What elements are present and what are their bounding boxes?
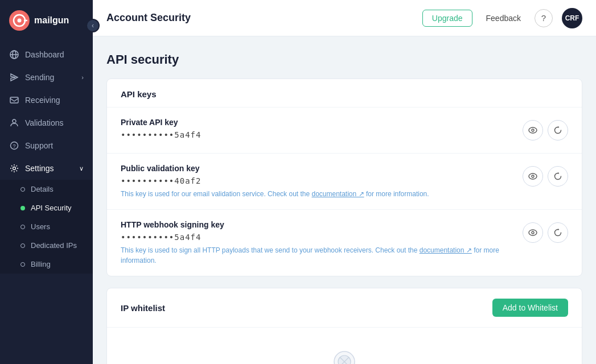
help-icon: ? (541, 13, 546, 23)
public-key-doc-link[interactable]: documentation ↗ (311, 190, 364, 198)
upgrade-button[interactable]: Upgrade (422, 10, 472, 27)
svg-text:?: ? (13, 143, 16, 149)
sidebar-item-settings[interactable]: Settings ∨ (0, 157, 93, 180)
logo[interactable]: mailgun (0, 0, 93, 41)
webhook-key-label: HTTP webhook signing key (121, 220, 523, 229)
sidebar-item-dashboard[interactable]: Dashboard (0, 43, 93, 66)
empty-state-graphic (322, 350, 367, 364)
svg-point-15 (532, 175, 534, 177)
sidebar: mailgun Dashboard Sending › (0, 0, 93, 364)
sidebar-item-billing-label: Billing (31, 260, 51, 268)
mail-icon (9, 95, 19, 105)
webhook-key-view-button[interactable] (523, 222, 543, 243)
svg-point-12 (529, 127, 537, 133)
sidebar-item-support[interactable]: ? Support (0, 134, 93, 157)
svg-point-17 (532, 231, 534, 234)
dot-icon (20, 225, 25, 229)
webhook-key-doc-link[interactable]: documentation ↗ (420, 246, 472, 254)
dot-green-icon (20, 206, 25, 210)
refresh-icon (553, 126, 562, 135)
public-key-label: Public validation key (121, 164, 429, 173)
sidebar-item-users[interactable]: Users (0, 217, 93, 236)
sidebar-item-dashboard-label: Dashboard (25, 50, 64, 59)
sidebar-item-receiving-label: Receiving (25, 96, 60, 105)
webhook-key-value: ••••••••••5a4f4 (121, 233, 523, 242)
page-title: Account Security (106, 12, 413, 24)
svg-point-14 (529, 173, 537, 179)
public-key-note-end: for more information. (366, 190, 429, 198)
sidebar-item-dedicated-ips-label: Dedicated IPs (31, 241, 77, 250)
public-key-note: This key is used for our email validatio… (121, 189, 429, 199)
webhook-key-actions (523, 222, 568, 243)
sidebar-item-support-label: Support (25, 141, 53, 150)
public-key-value: ••••••••••40af2 (121, 176, 429, 185)
api-keys-header: API keys (107, 79, 582, 107)
svg-point-16 (529, 230, 537, 235)
public-key-info: Public validation key ••••••••••40af2 Th… (121, 164, 429, 199)
support-icon: ? (9, 140, 19, 151)
sidebar-collapse-button[interactable]: ‹ (86, 19, 100, 32)
help-button[interactable]: ? (535, 9, 553, 27)
refresh-icon (553, 228, 562, 237)
eye-icon (528, 172, 537, 181)
main-content: Account Security Upgrade Feedback ? CRF … (93, 0, 596, 364)
sidebar-item-details-label: Details (31, 185, 54, 193)
api-keys-card: API keys Private API key ••••••••••5a4f4 (106, 78, 582, 276)
sidebar-nav: Dashboard Sending › Receiving (0, 41, 93, 364)
public-key-refresh-button[interactable] (548, 166, 568, 187)
public-key-note-text: This key is used for our email validatio… (121, 190, 311, 198)
mailgun-logo-icon (9, 10, 30, 31)
chevron-right-icon: › (81, 74, 84, 81)
sidebar-item-billing[interactable]: Billing (0, 255, 93, 274)
topbar: Account Security Upgrade Feedback ? CRF (93, 0, 596, 36)
ip-whitelist-header: IP whitelist Add to Whitelist (107, 288, 582, 328)
chevron-down-icon: ∨ (79, 165, 84, 172)
webhook-key-note: This key is used to sign all HTTP payloa… (121, 245, 523, 266)
sidebar-item-settings-label: Settings (25, 164, 54, 173)
private-key-refresh-button[interactable] (548, 120, 568, 140)
svg-rect-7 (10, 97, 18, 103)
sidebar-item-api-security-label: API Security (31, 204, 72, 212)
dot-icon (20, 243, 25, 248)
sidebar-item-api-security[interactable]: API Security (0, 198, 93, 217)
webhook-key-refresh-button[interactable] (548, 222, 568, 243)
svg-point-8 (13, 119, 16, 123)
webhook-signing-key-row: HTTP webhook signing key ••••••••••5a4f4… (107, 210, 582, 276)
avatar[interactable]: CRF (562, 8, 582, 28)
private-key-view-button[interactable] (523, 120, 543, 140)
eye-icon (528, 228, 537, 237)
private-key-value: ••••••••••5a4f4 (121, 130, 201, 139)
sidebar-item-validations[interactable]: Validations (0, 111, 93, 134)
sidebar-item-sending[interactable]: Sending › (0, 66, 93, 89)
svg-point-11 (13, 167, 16, 170)
person-icon (9, 118, 19, 128)
sidebar-item-details[interactable]: Details (0, 180, 93, 198)
public-validation-key-row: Public validation key ••••••••••40af2 Th… (107, 154, 582, 210)
api-security-title: API security (106, 52, 582, 67)
public-key-actions (523, 166, 568, 187)
private-key-actions (523, 120, 568, 140)
globe-icon (9, 49, 19, 60)
logo-text: mailgun (34, 15, 69, 26)
sidebar-item-users-label: Users (31, 222, 50, 231)
private-key-label: Private API key (121, 118, 201, 127)
public-key-view-button[interactable] (523, 166, 543, 187)
sidebar-item-dedicated-ips[interactable]: Dedicated IPs (0, 236, 93, 255)
dot-icon (20, 262, 25, 267)
ip-whitelist-title: IP whitelist (121, 303, 165, 313)
eye-icon (528, 126, 537, 135)
page-body: API security API keys Private API key ••… (93, 36, 596, 364)
add-to-whitelist-button[interactable]: Add to Whitelist (492, 299, 568, 317)
feedback-button[interactable]: Feedback (482, 10, 525, 26)
private-key-info: Private API key ••••••••••5a4f4 (121, 118, 201, 143)
sidebar-item-sending-label: Sending (25, 73, 54, 82)
dot-icon (20, 187, 25, 192)
sidebar-item-receiving[interactable]: Receiving (0, 89, 93, 111)
avatar-initials: CRF (565, 14, 579, 22)
svg-point-2 (18, 19, 22, 23)
webhook-key-info: HTTP webhook signing key ••••••••••5a4f4… (121, 220, 523, 266)
webhook-key-note-text: This key is used to sign all HTTP payloa… (121, 246, 420, 254)
send-icon (9, 72, 19, 82)
collapse-icon: ‹ (92, 22, 94, 30)
settings-submenu: Details API Security Users Dedicated IPs (0, 180, 93, 274)
